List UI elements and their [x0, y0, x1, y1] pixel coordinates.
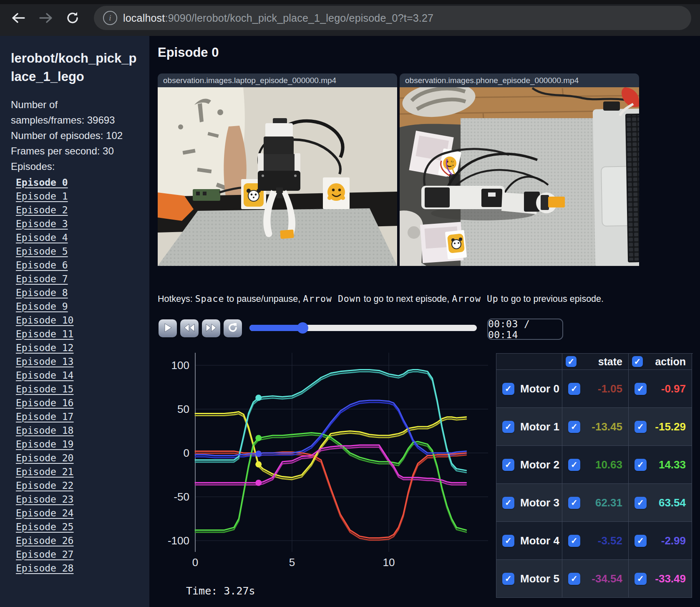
checkbox-checked-icon[interactable] [502, 497, 514, 509]
laptop-camera-video[interactable]: observation.images.laptop_episode_000000… [158, 73, 397, 266]
svg-text:-50: -50 [174, 491, 189, 503]
laptop-video-frame[interactable] [158, 87, 397, 266]
reload-icon [65, 10, 80, 27]
checkbox-checked-icon[interactable] [635, 573, 647, 585]
site-info-icon[interactable]: i [103, 11, 117, 25]
space-key-label: Space [195, 293, 224, 304]
phone-camera-video[interactable]: observation.images.phone_episode_000000.… [400, 73, 639, 266]
motor-action-value: -15.29 [655, 420, 692, 433]
episode-link[interactable]: Episode 26 [16, 534, 140, 548]
checkbox-checked-icon[interactable] [635, 497, 647, 509]
episode-link[interactable]: Episode 1 [16, 190, 140, 203]
reload-button[interactable] [63, 9, 82, 28]
episode-link[interactable]: Episode 0 [16, 176, 140, 190]
time-display: 00:03 / 00:14 [487, 319, 563, 340]
episode-link[interactable]: Episode 6 [16, 258, 140, 272]
episode-list: Episode 0Episode 1Episode 2Episode 3Epis… [16, 176, 140, 575]
smiley-card [323, 177, 350, 209]
checkbox-checked-icon[interactable] [568, 535, 580, 547]
checkbox-checked-icon[interactable] [635, 383, 647, 395]
checkbox-checked-icon[interactable] [635, 459, 647, 471]
motor-label: Motor 4 [520, 534, 559, 547]
episode-link[interactable]: Episode 7 [16, 272, 140, 286]
url-bar[interactable]: i localhost:9090/lerobot/koch_pick_place… [94, 6, 691, 30]
episode-link[interactable]: Episode 12 [16, 341, 140, 355]
bottom-box-panda [420, 222, 467, 263]
episode-link[interactable]: Episode 21 [16, 465, 140, 479]
episode-link[interactable]: Episode 11 [16, 327, 140, 341]
dataset-stats: Number ofsamples/frames: 39693Number of … [11, 97, 140, 174]
checkbox-checked-icon[interactable] [566, 356, 577, 367]
motor-state-value: -1.05 [598, 382, 628, 395]
episode-link[interactable]: Episode 9 [16, 300, 140, 314]
episode-link[interactable]: Episode 13 [16, 355, 140, 369]
arrow-down-key-label: Arrow Down [303, 293, 361, 304]
state-column-header: state [598, 356, 628, 368]
episode-link[interactable]: Episode 22 [16, 479, 140, 493]
action-column-header: action [655, 356, 692, 368]
motor-state-value: -3.52 [598, 534, 628, 547]
checkbox-checked-icon[interactable] [635, 421, 647, 433]
video-label: observation.images.phone_episode_000000.… [400, 73, 639, 87]
motor-action-value: 63.54 [659, 496, 692, 509]
episode-link[interactable]: Episode 18 [16, 424, 140, 438]
episode-link[interactable]: Episode 2 [16, 203, 140, 217]
laptop-topdown [593, 109, 639, 266]
checkbox-checked-icon[interactable] [502, 573, 514, 585]
checkbox-checked-icon[interactable] [502, 383, 514, 395]
checkbox-checked-icon[interactable] [568, 497, 580, 509]
episode-link[interactable]: Episode 24 [16, 506, 140, 520]
svg-text:0: 0 [184, 447, 189, 459]
orange-lego-block [280, 230, 294, 239]
checkbox-checked-icon[interactable] [568, 459, 580, 471]
checkbox-checked-icon[interactable] [568, 421, 580, 433]
episode-link[interactable]: Episode 19 [16, 438, 140, 451]
checkbox-checked-icon[interactable] [635, 535, 647, 547]
svg-text:100: 100 [171, 359, 189, 372]
episode-link[interactable]: Episode 3 [16, 217, 140, 231]
episode-link[interactable]: Episode 23 [16, 493, 140, 506]
back-button[interactable] [9, 9, 28, 28]
episode-link[interactable]: Episode 15 [16, 382, 140, 396]
charger [603, 101, 620, 111]
checkbox-checked-icon[interactable] [502, 421, 514, 433]
svg-text:-100: -100 [168, 534, 189, 547]
back-arrow-icon [10, 11, 26, 26]
episode-link[interactable]: Episode 17 [16, 410, 140, 424]
episode-link[interactable]: Episode 20 [16, 451, 140, 465]
svg-text:10: 10 [383, 556, 395, 569]
checkbox-checked-icon[interactable] [502, 459, 514, 471]
forward-button[interactable] [37, 9, 55, 28]
checkbox-checked-icon[interactable] [568, 383, 580, 395]
stat-line: Number of episodes: 102 [11, 128, 140, 143]
page-title: Episode 0 [158, 45, 219, 60]
hotkeys-help: Hotkeys: Space to pause/unpause, Arrow D… [158, 293, 604, 304]
phone-video-frame[interactable] [400, 87, 639, 266]
laptop-camera-scene [158, 87, 397, 266]
episode-link[interactable]: Episode 16 [16, 396, 140, 410]
episode-link[interactable]: Episode 4 [16, 231, 140, 245]
episode-link[interactable]: Episode 8 [16, 286, 140, 300]
motor-action-value: -2.99 [661, 534, 692, 547]
motor-state-value: 10.63 [595, 458, 628, 471]
checkbox-checked-icon[interactable] [568, 573, 580, 585]
tab-strip [0, 0, 700, 4]
checkbox-checked-icon[interactable] [632, 356, 643, 367]
svg-text:50: 50 [177, 403, 189, 415]
motor-label: Motor 3 [520, 496, 559, 509]
motor-state-value: -13.45 [592, 420, 628, 433]
episode-link[interactable]: Episode 10 [16, 314, 140, 327]
episode-link[interactable]: Episode 27 [16, 548, 140, 561]
episode-link[interactable]: Episode 28 [16, 561, 140, 575]
checkbox-checked-icon[interactable] [502, 535, 514, 547]
motor-label: Motor 2 [520, 458, 559, 471]
motor-state-value: -34.54 [592, 572, 628, 585]
motor-table: stateactionMotor 0-1.05-0.97Motor 1-13.4… [496, 353, 693, 598]
stat-line: samples/frames: 39693 [11, 112, 140, 128]
episode-link[interactable]: Episode 25 [16, 520, 140, 534]
svg-text:Time: 3.27s: Time: 3.27s [186, 585, 255, 597]
forward-arrow-icon [38, 11, 54, 26]
motor-chart: 100500-50-1000510Time: 3.27s [149, 330, 488, 607]
episode-link[interactable]: Episode 5 [16, 245, 140, 258]
episode-link[interactable]: Episode 14 [16, 369, 140, 382]
